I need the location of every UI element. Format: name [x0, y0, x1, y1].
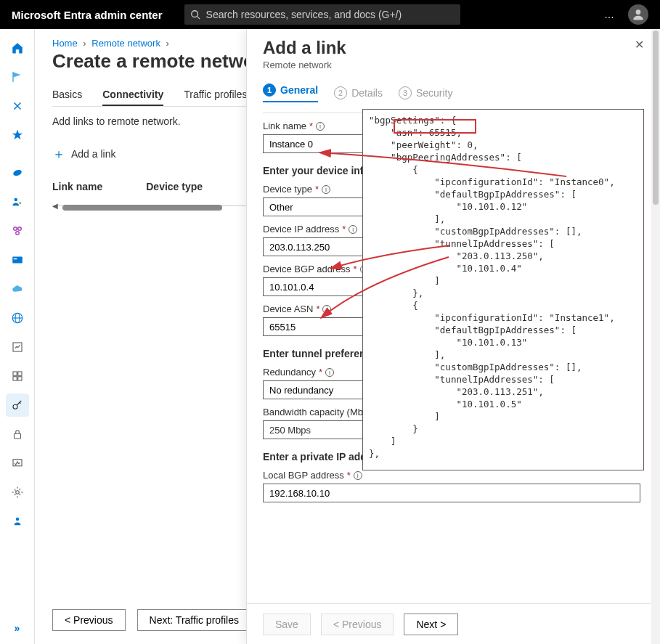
- add-link-panel: Add a link Remote network ✕ 1General 2De…: [246, 29, 660, 644]
- panel-steps: 1General 2Details 3Security: [263, 83, 644, 102]
- search-icon: [190, 9, 200, 20]
- svg-line-1: [197, 17, 200, 20]
- svg-rect-18: [13, 377, 17, 380]
- svg-point-5: [14, 198, 17, 202]
- avatar[interactable]: [628, 4, 648, 25]
- nav-person2-icon[interactable]: [6, 510, 29, 533]
- tab-traffic[interactable]: Traffic profiles: [184, 84, 247, 106]
- panel-subtitle: Remote network: [263, 60, 346, 70]
- panel-next-button[interactable]: Next >: [404, 614, 458, 635]
- svg-rect-3: [12, 72, 14, 82]
- info-icon[interactable]: i: [325, 368, 334, 377]
- svg-rect-21: [14, 433, 20, 439]
- breadcrumb-remote[interactable]: Remote network: [91, 38, 160, 49]
- json-overlay: "bgpSettings": { "asn": 65515, "peerWeig…: [362, 109, 644, 470]
- svg-point-23: [15, 491, 19, 494]
- nav-card-icon[interactable]: [6, 248, 29, 272]
- left-nav: »: [0, 29, 35, 644]
- nav-settings-icon[interactable]: [6, 481, 29, 504]
- local-bgp-input[interactable]: [263, 484, 640, 502]
- panel-footer: Save < Previous Next >: [247, 603, 660, 644]
- nav-identity-icon[interactable]: [6, 161, 29, 184]
- nav-collapse-icon[interactable]: »: [6, 616, 29, 640]
- panel-scrollbar[interactable]: [651, 29, 660, 644]
- nav-groups-icon[interactable]: [6, 219, 29, 242]
- step-security[interactable]: 3Security: [399, 83, 453, 102]
- svg-point-24: [15, 518, 19, 521]
- breadcrumb-home[interactable]: Home: [52, 38, 78, 49]
- previous-button[interactable]: < Previous: [52, 609, 126, 631]
- panel-previous-button[interactable]: < Previous: [321, 614, 394, 635]
- svg-point-7: [13, 227, 17, 231]
- step-general[interactable]: 1General: [263, 83, 318, 102]
- red-highlight-box: [394, 119, 476, 134]
- svg-point-20: [13, 404, 17, 409]
- add-link-label: Add a link: [71, 148, 115, 160]
- more-icon[interactable]: …: [604, 9, 616, 20]
- person-icon: [631, 7, 645, 22]
- info-icon[interactable]: i: [316, 122, 325, 131]
- top-bar: Microsoft Entra admin center Search reso…: [0, 0, 660, 29]
- nav-users-icon[interactable]: [6, 190, 29, 213]
- plus-icon: ＋: [52, 147, 65, 160]
- svg-point-0: [191, 11, 197, 17]
- next-traffic-button[interactable]: Next: Traffic profiles: [137, 609, 251, 631]
- brand-text: Microsoft Entra admin center: [12, 9, 163, 21]
- svg-point-2: [636, 9, 641, 15]
- svg-rect-19: [17, 377, 21, 380]
- nav-tools-icon[interactable]: [6, 94, 29, 118]
- svg-point-8: [17, 227, 21, 231]
- svg-rect-11: [13, 258, 17, 260]
- svg-point-4: [12, 168, 23, 176]
- nav-chart-icon[interactable]: [6, 335, 29, 359]
- nav-globe-icon[interactable]: [6, 306, 29, 330]
- svg-rect-22: [13, 460, 22, 466]
- svg-rect-17: [17, 372, 21, 375]
- info-icon[interactable]: i: [322, 185, 330, 194]
- nav-star-icon[interactable]: [6, 123, 29, 147]
- tab-connectivity[interactable]: Connectivity: [102, 84, 163, 106]
- nav-flag-icon[interactable]: [6, 65, 29, 89]
- nav-key-icon[interactable]: [6, 394, 29, 417]
- info-icon[interactable]: i: [322, 305, 331, 314]
- panel-title: Add a link: [263, 38, 346, 58]
- svg-rect-16: [13, 372, 17, 375]
- search-box[interactable]: Search resources, services, and docs (G+…: [184, 4, 460, 25]
- svg-point-9: [15, 232, 19, 235]
- nav-home-icon[interactable]: [6, 36, 29, 60]
- search-placeholder: Search resources, services, and docs (G+…: [206, 9, 402, 20]
- col-link-name: Link name: [52, 181, 102, 192]
- tab-basics[interactable]: Basics: [52, 84, 82, 106]
- label-local-bgp: Local BGP address * i: [263, 470, 644, 481]
- info-icon[interactable]: i: [349, 225, 357, 234]
- nav-grid-icon[interactable]: [6, 364, 29, 388]
- col-device-type: Device type: [146, 181, 203, 192]
- step-details[interactable]: 2Details: [334, 83, 383, 102]
- svg-rect-10: [12, 257, 23, 264]
- svg-point-6: [19, 202, 21, 204]
- close-icon[interactable]: ✕: [635, 38, 644, 52]
- nav-lock-icon[interactable]: [6, 423, 29, 446]
- nav-monitor-icon[interactable]: [6, 452, 29, 475]
- main-footer-buttons: < Previous Next: Traffic profiles: [52, 609, 251, 631]
- panel-save-button[interactable]: Save: [263, 614, 311, 635]
- info-icon[interactable]: i: [354, 471, 362, 480]
- nav-cloud-icon[interactable]: [6, 277, 29, 301]
